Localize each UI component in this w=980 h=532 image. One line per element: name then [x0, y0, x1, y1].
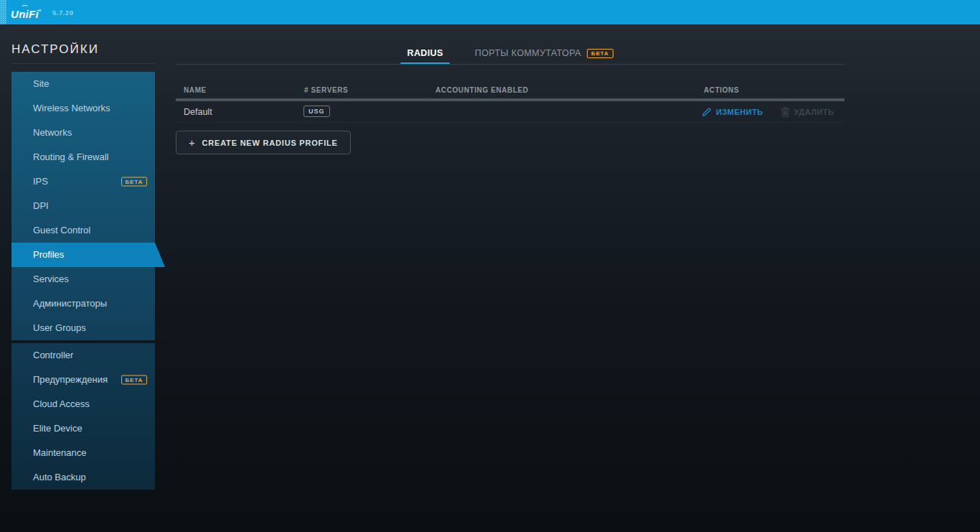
sidebar-item-user-groups[interactable]: User Groups	[11, 316, 155, 340]
sidebar-item-notifications[interactable]: ПредупрежденияБЕТА	[11, 368, 155, 392]
unifi-logo[interactable]: UniFi°	[11, 0, 42, 24]
table-header: NAME # SERVERS ACCOUNTING ENABLED ACTION…	[176, 83, 844, 98]
controller-version: 5.7.20	[52, 0, 73, 24]
sidebar-group-controller-settings: Controller ПредупрежденияБЕТА Cloud Acce…	[11, 343, 155, 490]
logo-text: UniFi	[11, 8, 39, 20]
column-header-actions: ACTIONS	[704, 86, 739, 94]
sidebar-item-controller[interactable]: Controller	[11, 343, 155, 368]
sidebar-item-profiles[interactable]: Profiles	[11, 243, 165, 267]
logo-trademark: °	[39, 9, 42, 15]
sidebar-item-cloud-access[interactable]: Cloud Access	[11, 392, 155, 416]
sidebar-item-dpi[interactable]: DPI	[11, 194, 155, 218]
tab-radius[interactable]: RADIUS	[400, 45, 449, 64]
profile-name: Default	[184, 101, 212, 123]
beta-badge: БЕТА	[121, 177, 147, 187]
sidebar-item-auto-backup[interactable]: Auto Backup	[11, 465, 155, 490]
plus-icon: +	[189, 137, 196, 148]
sidebar-item-services[interactable]: Services	[11, 267, 155, 291]
sidebar-item-admins[interactable]: Администраторы	[11, 291, 155, 316]
create-new-radius-profile-button[interactable]: + CREATE NEW RADIUS PROFILE	[176, 131, 351, 154]
sidebar-group-site-settings: Site Wireless Networks Networks Routing …	[11, 72, 155, 340]
sidebar-title-divider	[11, 63, 155, 64]
beta-badge: БЕТА	[587, 49, 613, 58]
sidebar-item-maintenance[interactable]: Maintenance	[11, 441, 155, 465]
sidebar-item-site[interactable]: Site	[11, 72, 155, 96]
drag-grip-texture	[0, 0, 6, 24]
sidebar-item-elite-device[interactable]: Elite Device	[11, 416, 155, 441]
usg-badge: USG	[303, 106, 330, 117]
wifi-arc-icon	[21, 5, 29, 9]
sidebar-item-networks[interactable]: Networks	[11, 121, 155, 145]
sidebar-item-guest-control[interactable]: Guest Control	[11, 218, 155, 243]
delete-profile-button[interactable]: УДАЛИТЬ	[781, 107, 834, 117]
top-bar: UniFi° 5.7.20	[0, 0, 980, 24]
sidebar-item-routing-firewall[interactable]: Routing & Firewall	[11, 145, 155, 169]
radius-profiles-table: NAME # SERVERS ACCOUNTING ENABLED ACTION…	[176, 83, 844, 123]
row-actions: ИЗМЕНИТЬ УДАЛИТЬ	[702, 101, 834, 123]
profiles-tab-bar: RADIUS ПОРТЫ КОММУТАТОРАБЕТА	[176, 45, 844, 64]
beta-badge: БЕТА	[121, 375, 147, 385]
pencil-icon	[702, 107, 712, 117]
column-header-accounting: ACCOUNTING ENABLED	[435, 86, 529, 94]
tab-bar-divider	[176, 64, 844, 65]
settings-page-title: НАСТРОЙКИ	[11, 42, 99, 57]
sidebar-item-ips[interactable]: IPSБЕТА	[11, 169, 155, 194]
column-header-servers: # SERVERS	[304, 86, 348, 94]
sidebar-item-wireless-networks[interactable]: Wireless Networks	[11, 96, 155, 121]
trash-icon	[781, 107, 790, 117]
column-header-name: NAME	[184, 86, 207, 94]
edit-profile-button[interactable]: ИЗМЕНИТЬ	[702, 107, 763, 117]
tab-switch-ports[interactable]: ПОРТЫ КОММУТАТОРАБЕТА	[468, 45, 620, 64]
table-row-default-profile: Default USG ИЗМЕНИТЬ УДАЛИТЬ	[176, 101, 844, 123]
